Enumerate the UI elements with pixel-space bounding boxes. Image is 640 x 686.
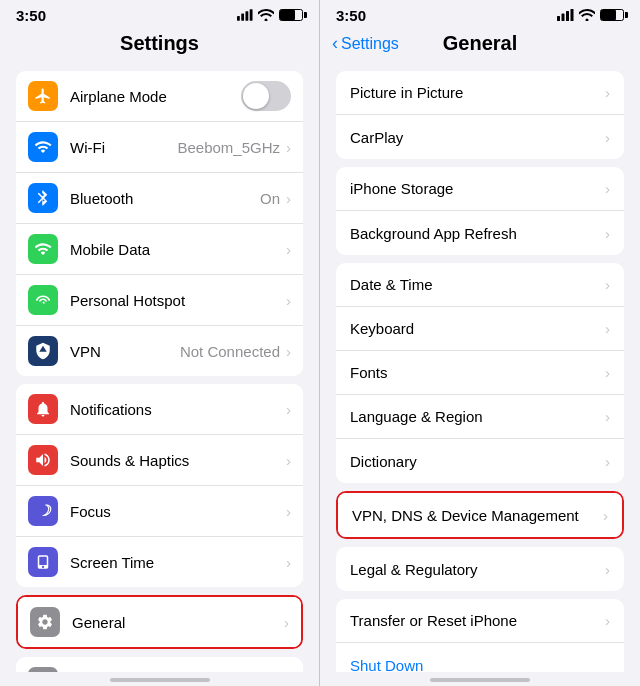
row-bg-refresh[interactable]: Background App Refresh ›	[336, 211, 624, 255]
row-legal-reg[interactable]: Legal & Regulatory ›	[336, 547, 624, 591]
left-panel: 3:50 Settings	[0, 0, 320, 686]
vpn-label: VPN	[70, 343, 180, 360]
vpn-value: Not Connected	[180, 343, 280, 360]
hotspot-label: Personal Hotspot	[70, 292, 284, 309]
right-settings-list: Picture in Picture › CarPlay › iPhone St…	[320, 63, 640, 672]
battery-icon	[279, 9, 303, 21]
hotspot-icon	[28, 285, 58, 315]
notifications-icon	[28, 394, 58, 424]
right-panel: 3:50 ‹ Settings General	[320, 0, 640, 686]
general-chevron: ›	[284, 614, 289, 631]
sounds-icon	[28, 445, 58, 475]
wifi-value: Beebom_5GHz	[177, 139, 280, 156]
bluetooth-chevron: ›	[286, 190, 291, 207]
focus-label: Focus	[70, 503, 284, 520]
section-system: Notifications › Sounds & Haptics › ☽ Foc…	[16, 384, 303, 587]
row-sounds[interactable]: Sounds & Haptics ›	[16, 435, 303, 486]
row-date-time[interactable]: Date & Time ›	[336, 263, 624, 307]
screentime-icon	[28, 547, 58, 577]
back-chevron-icon: ‹	[332, 33, 338, 54]
row-fonts[interactable]: Fonts ›	[336, 351, 624, 395]
pip-chevron: ›	[605, 84, 610, 101]
row-iphone-storage[interactable]: iPhone Storage ›	[336, 167, 624, 211]
back-label[interactable]: Settings	[341, 35, 399, 53]
pip-label: Picture in Picture	[350, 84, 603, 101]
sounds-label: Sounds & Haptics	[70, 452, 284, 469]
airplane-icon	[28, 81, 58, 111]
date-time-chevron: ›	[605, 276, 610, 293]
row-pip[interactable]: Picture in Picture ›	[336, 71, 624, 115]
right-nav-bar: ‹ Settings General	[320, 28, 640, 63]
row-dictionary[interactable]: Dictionary ›	[336, 439, 624, 483]
carplay-chevron: ›	[605, 129, 610, 146]
svg-rect-6	[566, 11, 569, 21]
row-transfer[interactable]: Transfer or Reset iPhone ›	[336, 599, 624, 643]
svg-rect-5	[562, 14, 565, 22]
fonts-chevron: ›	[605, 364, 610, 381]
focus-icon: ☽	[28, 496, 58, 526]
row-bluetooth[interactable]: Bluetooth On ›	[16, 173, 303, 224]
mobile-icon	[28, 234, 58, 264]
svg-rect-0	[237, 16, 240, 21]
right-wifi-icon	[579, 9, 595, 21]
right-signal-icon	[557, 9, 574, 21]
airplane-toggle[interactable]	[241, 81, 291, 111]
left-status-bar: 3:50	[0, 0, 319, 28]
dictionary-chevron: ›	[605, 453, 610, 470]
row-mobile[interactable]: Mobile Data ›	[16, 224, 303, 275]
transfer-chevron: ›	[605, 612, 610, 629]
row-control[interactable]: Control Centre ›	[16, 657, 303, 672]
screentime-label: Screen Time	[70, 554, 284, 571]
general-icon	[30, 607, 60, 637]
legal-reg-label: Legal & Regulatory	[350, 561, 603, 578]
svg-rect-3	[250, 9, 253, 20]
row-airplane[interactable]: Airplane Mode	[16, 71, 303, 122]
screentime-chevron: ›	[286, 554, 291, 571]
control-icon	[28, 667, 58, 672]
dictionary-label: Dictionary	[350, 453, 603, 470]
section-display-group: Control Centre › Display & Brightness › …	[16, 657, 303, 672]
shutdown-label: Shut Down	[350, 657, 610, 673]
row-carplay[interactable]: CarPlay ›	[336, 115, 624, 159]
row-notifications[interactable]: Notifications ›	[16, 384, 303, 435]
back-button[interactable]: ‹ Settings	[332, 33, 399, 54]
row-vpn-dns[interactable]: VPN, DNS & Device Management ›	[338, 493, 622, 537]
row-vpn[interactable]: VPN Not Connected ›	[16, 326, 303, 376]
general-label: General	[72, 614, 282, 631]
svg-rect-2	[245, 11, 248, 20]
vpn-dns-chevron: ›	[603, 507, 608, 524]
transfer-label: Transfer or Reset iPhone	[350, 612, 603, 629]
carplay-label: CarPlay	[350, 129, 603, 146]
language-chevron: ›	[605, 408, 610, 425]
notifications-label: Notifications	[70, 401, 284, 418]
svg-rect-7	[571, 9, 574, 21]
section-media: Picture in Picture › CarPlay ›	[336, 71, 624, 159]
svg-rect-1	[241, 14, 244, 21]
row-screentime[interactable]: Screen Time ›	[16, 537, 303, 587]
section-storage: iPhone Storage › Background App Refresh …	[336, 167, 624, 255]
vpn-chevron: ›	[286, 343, 291, 360]
right-status-icons	[557, 9, 624, 21]
row-focus[interactable]: ☽ Focus ›	[16, 486, 303, 537]
language-label: Language & Region	[350, 408, 603, 425]
bluetooth-label: Bluetooth	[70, 190, 260, 207]
row-shutdown[interactable]: Shut Down	[336, 643, 624, 672]
sounds-chevron: ›	[286, 452, 291, 469]
notifications-chevron: ›	[286, 401, 291, 418]
section-vpn-dns: VPN, DNS & Device Management ›	[336, 491, 624, 539]
right-battery-icon	[600, 9, 624, 21]
left-home-indicator	[0, 672, 319, 686]
date-time-label: Date & Time	[350, 276, 603, 293]
left-title: Settings	[0, 28, 319, 63]
row-wifi[interactable]: Wi-Fi Beebom_5GHz ›	[16, 122, 303, 173]
row-general[interactable]: General ›	[18, 597, 301, 647]
section-reset: Transfer or Reset iPhone › Shut Down	[336, 599, 624, 672]
focus-chevron: ›	[286, 503, 291, 520]
signal-icon	[237, 9, 253, 21]
vpn-dns-label: VPN, DNS & Device Management	[352, 507, 601, 524]
row-keyboard[interactable]: Keyboard ›	[336, 307, 624, 351]
right-home-indicator	[320, 672, 640, 686]
row-language[interactable]: Language & Region ›	[336, 395, 624, 439]
row-hotspot[interactable]: Personal Hotspot ›	[16, 275, 303, 326]
right-title: General	[443, 32, 517, 55]
